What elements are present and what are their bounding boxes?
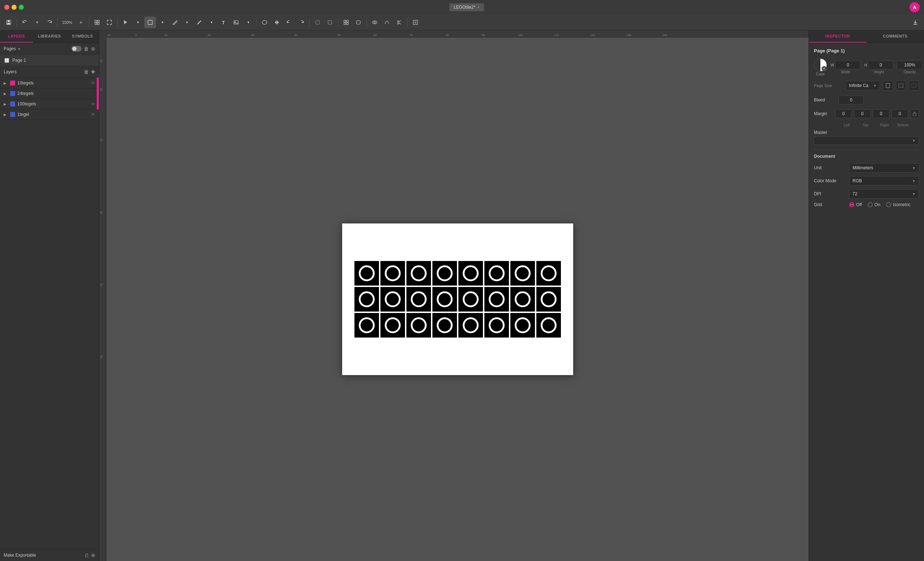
pen-dropdown[interactable]: ▼ xyxy=(181,16,193,28)
tile[interactable] xyxy=(432,313,457,338)
layer-visibility-button[interactable]: 👁 xyxy=(91,112,95,117)
tile[interactable] xyxy=(510,287,535,312)
actual-size-button[interactable] xyxy=(104,16,115,28)
undo-button[interactable] xyxy=(19,16,31,28)
rotate-ccw-button[interactable] xyxy=(284,16,295,28)
tile[interactable] xyxy=(484,261,509,285)
margin-bottom-input[interactable] xyxy=(891,110,908,118)
opacity-input[interactable] xyxy=(897,61,922,69)
layer-expand-icon[interactable]: ▶ xyxy=(4,102,8,106)
select-dropdown[interactable]: ▼ xyxy=(132,16,144,28)
pages-toggle[interactable] xyxy=(72,46,82,52)
tile[interactable] xyxy=(458,313,483,338)
layer-item-1tegel[interactable]: ▶ 1tegel 👁 xyxy=(0,110,99,120)
margin-left-input[interactable] xyxy=(835,110,852,118)
tile[interactable] xyxy=(458,261,483,285)
width-input[interactable] xyxy=(835,61,861,69)
color-swatch[interactable]: ✏ xyxy=(814,58,827,72)
tab-close-button[interactable]: × xyxy=(477,5,480,9)
layer-item-24tegels[interactable]: ▶ 24tegels xyxy=(0,88,99,99)
layer-visibility-button[interactable]: 👁 xyxy=(91,81,95,86)
height-input[interactable] xyxy=(868,61,893,69)
brush-dropdown[interactable]: ▼ xyxy=(206,16,217,28)
tile[interactable] xyxy=(354,261,379,285)
canvas-area[interactable]: -10 0 10 20 30 40 50 60 70 80 90 100 110… xyxy=(99,30,808,561)
page-size-dropdown[interactable]: Infinite Ca ▼ xyxy=(846,81,880,90)
tab-inspector[interactable]: INSPECTOR xyxy=(809,30,867,43)
grid-isometric-radio[interactable] xyxy=(886,202,891,207)
tile[interactable] xyxy=(380,313,405,338)
layer-visibility-button[interactable]: 👁 xyxy=(91,102,95,106)
image-tool[interactable] xyxy=(230,16,242,28)
scissors-button[interactable] xyxy=(393,16,405,28)
color-mode-dropdown[interactable]: RGB ▼ xyxy=(849,176,919,186)
margin-lock-button[interactable] xyxy=(910,110,919,118)
tile[interactable] xyxy=(484,313,509,338)
layer-expand-icon[interactable]: ▶ xyxy=(4,81,8,85)
close-traffic-light[interactable] xyxy=(4,5,9,10)
tile[interactable] xyxy=(406,287,431,312)
tile[interactable] xyxy=(458,287,483,312)
tile[interactable] xyxy=(484,287,509,312)
add-export-button[interactable]: ⊕ xyxy=(91,552,95,558)
grid-on-option[interactable]: On xyxy=(868,202,880,207)
pen-tool[interactable] xyxy=(169,16,180,28)
text-tool[interactable]: T xyxy=(218,16,230,28)
user-avatar[interactable]: A xyxy=(910,2,920,12)
image-dropdown[interactable]: ▼ xyxy=(243,16,254,28)
transform-button[interactable] xyxy=(259,16,270,28)
page-orientation-portrait-button[interactable] xyxy=(883,81,893,91)
maximize-traffic-light[interactable] xyxy=(19,5,24,10)
tile[interactable] xyxy=(536,261,561,285)
shape-dropdown[interactable]: ▼ xyxy=(157,16,168,28)
flip-horizontal-button[interactable] xyxy=(271,16,283,28)
ungroup-button[interactable] xyxy=(352,16,364,28)
boolean-button[interactable] xyxy=(369,16,380,28)
tile[interactable] xyxy=(536,313,561,338)
tile[interactable] xyxy=(510,261,535,285)
master-dropdown[interactable]: ▼ xyxy=(814,136,919,145)
group-button[interactable] xyxy=(340,16,352,28)
tab-layers[interactable]: LAYERS xyxy=(0,30,33,43)
fit-screen-button[interactable] xyxy=(92,16,103,28)
resize-button1[interactable] xyxy=(312,16,323,28)
tile[interactable] xyxy=(432,261,457,285)
resize-button2[interactable] xyxy=(324,16,336,28)
unit-dropdown[interactable]: Millimeters ▼ xyxy=(849,163,919,172)
save-button[interactable] xyxy=(3,16,14,28)
layer-expand-icon[interactable]: ▶ xyxy=(4,112,8,117)
export-symbol-button[interactable]: ⎙ xyxy=(85,552,88,558)
grid-isometric-option[interactable]: Isometric xyxy=(886,202,910,207)
dpi-dropdown[interactable]: 72 ▼ xyxy=(849,189,919,198)
page-custom-size-button[interactable] xyxy=(909,81,919,91)
select-tool[interactable] xyxy=(120,16,131,28)
delete-page-button[interactable]: 🗑 xyxy=(84,46,89,52)
layer-item-10tegels[interactable]: ▶ 10tegels 👁 xyxy=(0,78,99,88)
tile[interactable] xyxy=(536,287,561,312)
frame-button[interactable] xyxy=(410,16,421,28)
shape-tool[interactable] xyxy=(144,16,156,28)
tile[interactable] xyxy=(406,261,431,285)
bleed-input[interactable] xyxy=(838,96,864,104)
tab-symbols[interactable]: SYMBOLS xyxy=(66,30,99,43)
tile[interactable] xyxy=(510,313,535,338)
layer-expand-icon[interactable]: ▶ xyxy=(4,92,8,96)
tile[interactable] xyxy=(380,261,405,285)
rotate-cw-button[interactable] xyxy=(296,16,307,28)
brush-tool[interactable] xyxy=(194,16,205,28)
tile[interactable] xyxy=(354,313,379,338)
page-item[interactable]: ⬜ Page 1 xyxy=(0,55,99,66)
add-layer-button[interactable]: ✚ xyxy=(91,69,95,75)
path-button[interactable] xyxy=(381,16,393,28)
export-button[interactable] xyxy=(910,16,921,28)
margin-right-input[interactable] xyxy=(873,110,890,118)
add-page-button[interactable]: ⊕ xyxy=(91,46,95,52)
tile[interactable] xyxy=(354,287,379,312)
tile[interactable] xyxy=(432,287,457,312)
pages-dropdown-arrow[interactable]: ▼ xyxy=(17,47,21,51)
tile[interactable] xyxy=(380,287,405,312)
undo-dropdown[interactable]: ▼ xyxy=(32,16,43,28)
delete-layer-button[interactable]: 🗑 xyxy=(84,69,89,75)
grid-off-option[interactable]: Off xyxy=(849,202,862,207)
tab-libraries[interactable]: LIBRARIES xyxy=(33,30,66,43)
